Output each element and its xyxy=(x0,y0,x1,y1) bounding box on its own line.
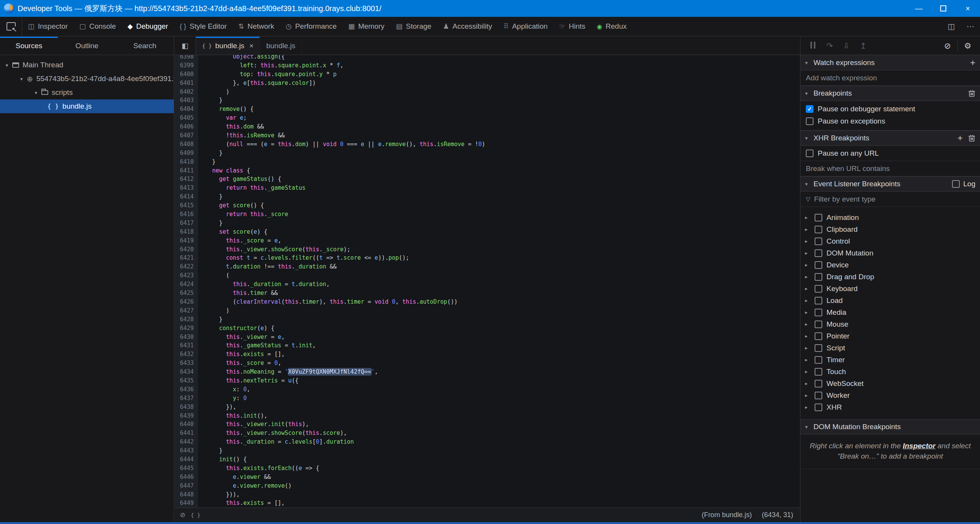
checkbox-unchecked[interactable] xyxy=(815,238,822,245)
step-out-button[interactable]: ↥ xyxy=(855,41,872,50)
debugger-settings-button[interactable]: ⚙ xyxy=(959,41,976,50)
line-number[interactable]: 6423 xyxy=(175,271,198,280)
code-line-6407[interactable]: 6407 !this.isRemove && xyxy=(175,131,800,140)
code-line-6406[interactable]: 6406 this.dom && xyxy=(175,122,800,131)
line-number[interactable]: 6419 xyxy=(175,236,198,245)
code-line-6449[interactable]: 6449 this.exists = [], xyxy=(175,499,800,508)
checkbox-unchecked[interactable] xyxy=(806,117,813,125)
panel-tab-inspector[interactable]: ◫Inspector xyxy=(22,17,74,36)
line-number[interactable]: 6424 xyxy=(175,280,198,289)
line-number[interactable]: 6425 xyxy=(175,289,198,298)
line-number[interactable]: 6427 xyxy=(175,306,198,315)
code-line-6432[interactable]: 6432 this.exists = [], xyxy=(175,350,800,359)
checkbox-unchecked[interactable] xyxy=(815,321,822,328)
trash-icon[interactable] xyxy=(968,90,975,97)
code-line-6426[interactable]: 6426 (clearInterval(this.timer), this.ti… xyxy=(175,298,800,306)
chevron-right-icon[interactable]: ▸ xyxy=(805,298,810,303)
chevron-right-icon[interactable]: ▸ xyxy=(805,345,810,351)
line-number[interactable]: 6434 xyxy=(175,368,198,376)
code-line-6415[interactable]: 6415 get score() { xyxy=(175,201,800,210)
code-line-6408[interactable]: 6408 (null === (e = this.dom) || void 0 … xyxy=(175,140,800,149)
line-number[interactable]: 6407 xyxy=(175,131,198,140)
code-line-6441[interactable]: 6441 this._viewer.showScore(this.score), xyxy=(175,429,800,438)
code-line-6448[interactable]: 6448 })), xyxy=(175,490,800,499)
checkbox-unchecked[interactable] xyxy=(815,261,822,269)
event-category-touch[interactable]: ▸Touch xyxy=(800,366,980,378)
line-number[interactable]: 6416 xyxy=(175,210,198,219)
line-number[interactable]: 6398 xyxy=(175,55,198,61)
event-category-media[interactable]: ▸Media xyxy=(800,306,980,318)
inspector-link[interactable]: Inspector xyxy=(903,442,936,450)
editor-tab-bundle-pretty[interactable]: { } bundle.js × xyxy=(196,37,260,55)
line-number[interactable]: 6402 xyxy=(175,88,198,96)
code-line-6412[interactable]: 6412 get gameStatus() { xyxy=(175,175,800,184)
add-watch-icon[interactable]: + xyxy=(970,58,975,67)
code-line-6418[interactable]: 6418 set score(e) { xyxy=(175,228,800,236)
line-number[interactable]: 6414 xyxy=(175,192,198,201)
add-xhr-breakpoint-icon[interactable]: + xyxy=(957,133,963,143)
event-category-xhr[interactable]: ▸XHR xyxy=(800,401,980,413)
panel-tab-performance[interactable]: ◷Performance xyxy=(280,17,343,36)
line-number[interactable]: 6439 xyxy=(175,412,198,420)
line-number[interactable]: 6443 xyxy=(175,446,198,455)
code-line-6409[interactable]: 6409 } xyxy=(175,149,800,158)
checkbox-unchecked[interactable] xyxy=(815,214,822,221)
checkbox-unchecked[interactable] xyxy=(815,380,822,387)
tab-search[interactable]: Search xyxy=(116,37,174,55)
code-line-6411[interactable]: 6411 new class { xyxy=(175,166,800,175)
code-line-6425[interactable]: 6425 this.timer && xyxy=(175,289,800,298)
code-line-6402[interactable]: 6402 ) xyxy=(175,88,800,96)
line-number[interactable]: 6441 xyxy=(175,429,198,438)
line-number[interactable]: 6408 xyxy=(175,140,198,149)
checkbox-unchecked[interactable] xyxy=(815,356,822,364)
code-line-6442[interactable]: 6442 this._duration = c.levels[0].durati… xyxy=(175,438,800,446)
event-category-drag-and-drop[interactable]: ▸Drag and Drop xyxy=(800,271,980,283)
disable-breakpoints-button[interactable]: ⊘ xyxy=(939,41,956,50)
panel-tab-memory[interactable]: ▦Memory xyxy=(343,17,390,36)
code-line-6428[interactable]: 6428 } xyxy=(175,315,800,324)
chevron-right-icon[interactable]: ▸ xyxy=(805,333,810,339)
event-category-clipboard[interactable]: ▸Clipboard xyxy=(800,223,980,235)
line-number[interactable]: 6400 xyxy=(175,70,198,79)
code-line-6427[interactable]: 6427 ) xyxy=(175,306,800,315)
line-number[interactable]: 6422 xyxy=(175,262,198,271)
code-line-6399[interactable]: 6399 left: this.square.point.x * f, xyxy=(175,61,800,70)
toolbox-meatball-menu-button[interactable]: ⋯ xyxy=(961,17,980,36)
code-line-6422[interactable]: 6422 t.duration !== this._duration && xyxy=(175,262,800,271)
tab-sources[interactable]: Sources xyxy=(0,37,58,55)
event-category-pointer[interactable]: ▸Pointer xyxy=(800,330,980,342)
line-number[interactable]: 6413 xyxy=(175,184,198,192)
line-number[interactable]: 6418 xyxy=(175,228,198,236)
line-number[interactable]: 6433 xyxy=(175,359,198,368)
event-category-timer[interactable]: ▸Timer xyxy=(800,354,980,366)
code-line-6436[interactable]: 6436 x: 0, xyxy=(175,385,800,394)
chevron-right-icon[interactable]: ▸ xyxy=(805,369,810,374)
code-line-6429[interactable]: 6429 constructor(e) { xyxy=(175,324,800,333)
event-category-control[interactable]: ▸Control xyxy=(800,235,980,247)
event-category-device[interactable]: ▸Device xyxy=(800,259,980,271)
line-number[interactable]: 6449 xyxy=(175,499,198,508)
event-category-animation[interactable]: ▸Animation xyxy=(800,212,980,223)
line-number[interactable]: 6431 xyxy=(175,341,198,350)
code-line-6413[interactable]: 6413 return this._gameStatus xyxy=(175,184,800,192)
twisty-icon[interactable]: ▾ xyxy=(33,90,39,96)
step-over-button[interactable]: ↷ xyxy=(821,41,838,50)
editor-tab-bundle[interactable]: bundle.js xyxy=(260,37,302,55)
event-filter-input[interactable]: ▽ Filter by event type xyxy=(800,192,980,207)
pause-on-any-url-option[interactable]: Pause on any URL xyxy=(800,146,980,161)
line-number[interactable]: 6420 xyxy=(175,245,198,254)
code-line-6445[interactable]: 6445 this.exists.forEach((e => { xyxy=(175,464,800,473)
checkbox-unchecked[interactable] xyxy=(815,368,822,376)
line-number[interactable]: 6401 xyxy=(175,79,198,88)
line-number[interactable]: 6447 xyxy=(175,482,198,490)
code-line-6439[interactable]: 6439 this.init(), xyxy=(175,412,800,420)
add-watch-expression-input[interactable]: Add watch expression xyxy=(800,70,980,86)
panel-tab-storage[interactable]: ▤Storage xyxy=(390,17,437,36)
chevron-right-icon[interactable]: ▸ xyxy=(805,238,810,244)
code-line-6440[interactable]: 6440 this._viewer.init(this), xyxy=(175,420,800,429)
line-number[interactable]: 6432 xyxy=(175,350,198,359)
code-line-6430[interactable]: 6430 this._viewer = e, xyxy=(175,333,800,342)
tree-item-scripts[interactable]: ▾scripts xyxy=(0,86,174,99)
pick-element-button[interactable] xyxy=(0,17,22,36)
event-category-worker[interactable]: ▸Worker xyxy=(800,389,980,401)
